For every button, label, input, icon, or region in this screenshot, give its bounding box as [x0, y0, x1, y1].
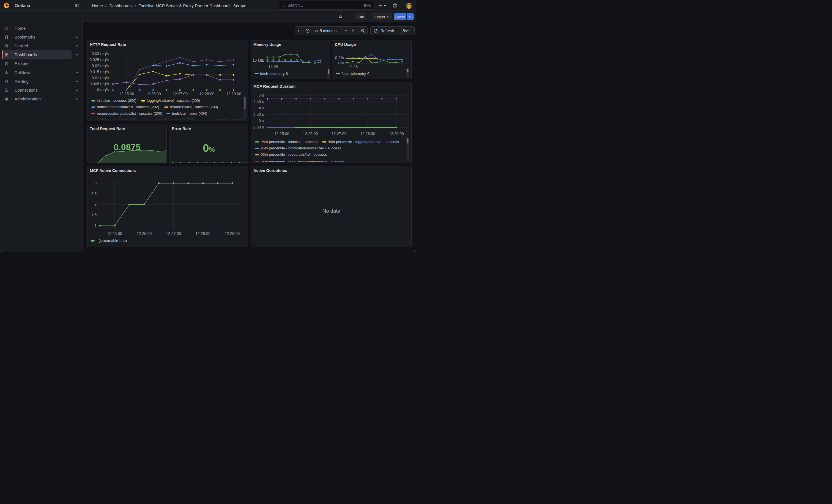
svg-text:1.5: 1.5 — [91, 213, 97, 217]
svg-text:2.5: 2.5 — [91, 191, 97, 196]
svg-text:1: 1 — [94, 223, 97, 228]
svg-text:16 MiB: 16 MiB — [253, 58, 265, 62]
svg-text:0.02 req/s: 0.02 req/s — [92, 63, 109, 68]
svg-text:12:29:00: 12:29:00 — [226, 91, 241, 96]
svg-text:12:29:00: 12:29:00 — [389, 132, 404, 136]
svg-text:0.01 req/s: 0.01 req/s — [92, 75, 109, 80]
svg-text:12:28:00: 12:28:00 — [196, 231, 210, 236]
svg-text:12:25:00: 12:25:00 — [119, 91, 134, 96]
svg-text:12:25:00: 12:25:00 — [107, 231, 122, 236]
svg-text:3 s: 3 s — [259, 118, 264, 123]
svg-text:2.50 s: 2.50 s — [253, 125, 264, 129]
svg-text:0.025 req/s: 0.025 req/s — [89, 57, 109, 62]
svg-text:0.2%: 0.2% — [335, 56, 344, 60]
svg-text:0%: 0% — [338, 61, 344, 65]
svg-text:5 s: 5 s — [259, 93, 264, 97]
svg-text:12:29:00: 12:29:00 — [225, 231, 240, 236]
svg-text:12:25:00: 12:25:00 — [274, 132, 289, 136]
svg-text:12:28:00: 12:28:00 — [360, 132, 375, 136]
svg-text:12:27:00: 12:27:00 — [173, 91, 188, 96]
svg-text:4 s: 4 s — [259, 106, 264, 110]
svg-text:0.015 req/s: 0.015 req/s — [89, 69, 109, 74]
svg-text:0.005 req/s: 0.005 req/s — [89, 81, 109, 86]
svg-text:12:27:00: 12:27:00 — [166, 231, 181, 236]
svg-text:12:26:00: 12:26:00 — [146, 91, 161, 96]
svg-text:0 req/s: 0 req/s — [97, 87, 109, 92]
svg-text:4.50 s: 4.50 s — [253, 99, 264, 103]
svg-text:12:26:00: 12:26:00 — [303, 132, 318, 136]
svg-text:12:25: 12:25 — [348, 65, 358, 69]
svg-text:12:26:00: 12:26:00 — [136, 231, 152, 236]
svg-text:12:25: 12:25 — [268, 65, 278, 69]
svg-text:12:27:00: 12:27:00 — [332, 132, 347, 136]
svg-text:3.50 s: 3.50 s — [253, 112, 264, 116]
svg-text:2: 2 — [94, 202, 97, 206]
svg-text:12:28:00: 12:28:00 — [199, 91, 214, 96]
svg-text:0.03 req/s: 0.03 req/s — [92, 51, 109, 56]
svg-text:3: 3 — [94, 181, 97, 185]
